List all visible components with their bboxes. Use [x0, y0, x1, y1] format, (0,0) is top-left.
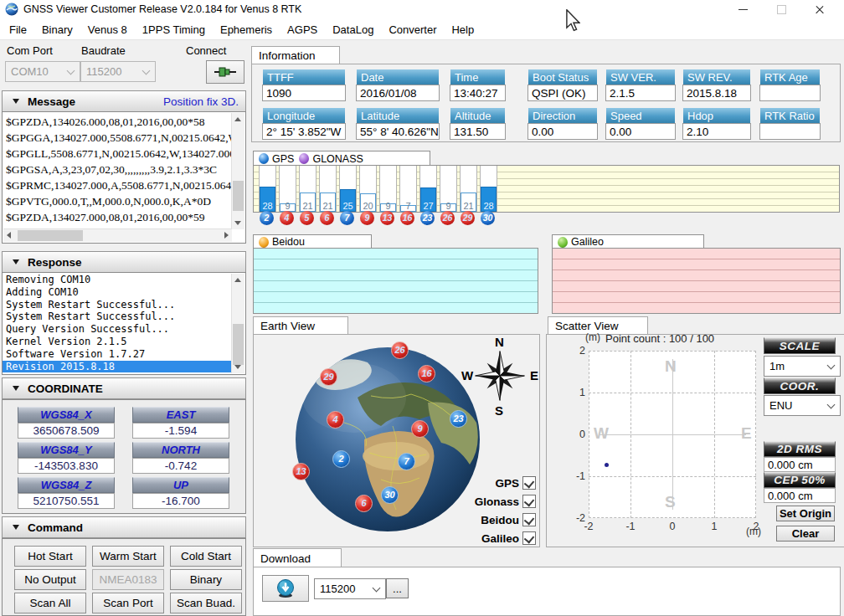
coordinate-label-wgs84_x: WGS84_X: [18, 407, 115, 423]
coor-select[interactable]: ENU: [764, 395, 841, 416]
response-line[interactable]: System Restart Successful...: [3, 299, 232, 311]
sat-column: 28: [480, 166, 497, 212]
menu-binary[interactable]: Binary: [34, 21, 80, 38]
info-label-sw-rev-: SW REV.: [683, 69, 750, 85]
command-hot-start[interactable]: Hot Start: [14, 546, 86, 567]
menu-converter[interactable]: Converter: [381, 21, 444, 38]
response-line[interactable]: Adding COM10: [3, 286, 232, 299]
sat-id-badge: 23: [420, 211, 435, 225]
chevron-down-icon: [142, 67, 151, 75]
info-value-hdop: 2.10: [682, 123, 751, 140]
sat-snr-value: 9: [380, 201, 396, 211]
command-binary[interactable]: Binary: [170, 569, 242, 590]
command-scan-port[interactable]: Scan Port: [92, 593, 164, 613]
sat-id-badge: 30: [481, 211, 495, 225]
browse-button[interactable]: ...: [386, 578, 409, 598]
baudrate-select[interactable]: 115200: [80, 61, 156, 82]
response-line[interactable]: Removing COM10: [3, 274, 232, 286]
message-header[interactable]: Message Position fix 3D.: [2, 90, 246, 112]
command-scan-buad-[interactable]: Scan Buad.: [170, 593, 242, 613]
checkbox-label: Beidou: [481, 514, 519, 526]
info-value-rtk-age: [759, 85, 821, 101]
command-nmea0183[interactable]: NMEA0183: [92, 569, 164, 590]
constellation-toggle-glonass: Glonass: [475, 494, 536, 509]
tab-download[interactable]: Download: [253, 548, 342, 567]
response-line[interactable]: System Restart Successful...: [3, 311, 232, 323]
message-hscrollbar[interactable]: [3, 228, 232, 242]
tab-earth-view[interactable]: Earth View: [253, 316, 348, 335]
info-value-ttff: 1090: [262, 85, 346, 101]
menu-venus-8[interactable]: Venus 8: [80, 21, 135, 38]
sat-snr-value: 21: [320, 201, 336, 211]
compass-s-label: S: [495, 403, 503, 418]
checkbox[interactable]: [522, 513, 536, 526]
connect-button[interactable]: [206, 60, 244, 84]
collapse-triangle-icon: [13, 99, 19, 104]
y-tick-label: 1: [562, 387, 585, 398]
menu-ephemeris[interactable]: Ephemeris: [213, 21, 280, 38]
close-button[interactable]: [800, 0, 839, 19]
y-tick-label: -1: [562, 470, 585, 482]
compass-e-label: E: [530, 368, 538, 382]
response-header[interactable]: Response: [2, 251, 246, 273]
scroll-left-icon[interactable]: [7, 232, 11, 239]
gps-legend-icon: [259, 153, 269, 164]
coordinate-header[interactable]: COORDINATE: [2, 377, 246, 399]
scroll-down-icon[interactable]: [234, 221, 241, 225]
snr-bar-chart: 28921212520972792128: [253, 165, 840, 213]
menu-help[interactable]: Help: [444, 21, 481, 38]
scale-select[interactable]: 1m: [764, 356, 841, 377]
x-tick-label: 1: [704, 521, 724, 532]
info-value-altitude: 131.50: [450, 123, 506, 140]
menu-1pps-timing[interactable]: 1PPS Timing: [135, 21, 213, 38]
scroll-right-icon[interactable]: [224, 232, 229, 239]
menu-datalog[interactable]: DataLog: [325, 21, 381, 38]
command-cold-start[interactable]: Cold Start: [170, 546, 242, 567]
response-vscrollbar[interactable]: [231, 274, 244, 373]
coordinate-value-wgs84_x: 3650678.509: [18, 423, 115, 439]
message-listbox[interactable]: $GPZDA,134026.000,08,01,2016,00,00*58$GP…: [2, 111, 246, 244]
scroll-down-icon[interactable]: [234, 365, 241, 369]
coordinate-label-up: UP: [132, 477, 229, 493]
maximize-button[interactable]: [762, 0, 800, 19]
sat-column: 28: [259, 166, 276, 212]
response-line[interactable]: Kernel Version 2.1.5: [3, 336, 232, 348]
checkbox[interactable]: [522, 531, 536, 545]
response-line[interactable]: Software Version 1.7.27: [3, 348, 232, 361]
message-vscrollbar[interactable]: [231, 113, 244, 229]
download-baudrate-select[interactable]: 115200: [314, 578, 386, 599]
command-header[interactable]: Command: [2, 516, 246, 538]
scroll-up-icon[interactable]: [234, 278, 241, 282]
menu-agps[interactable]: AGPS: [280, 21, 325, 38]
nmea-line: $GPGSA,A,3,23,07,02,30,,,,,,,,,3.9,2.1,3…: [3, 162, 232, 177]
sat-snr-value: 20: [360, 201, 376, 211]
command-no-output[interactable]: No Output: [14, 569, 86, 590]
scroll-thumb[interactable]: [18, 230, 83, 241]
set-origin-button[interactable]: Set Origin: [776, 506, 835, 521]
scroll-up-icon[interactable]: [234, 117, 241, 121]
sat-id-badge: 7: [340, 211, 354, 225]
download-button[interactable]: [262, 575, 309, 602]
clear-button[interactable]: Clear: [776, 526, 835, 542]
response-listbox[interactable]: Removing COM10Adding COM10System Restart…: [2, 272, 246, 375]
com-port-select[interactable]: COM10: [5, 61, 80, 82]
menu-file[interactable]: File: [2, 21, 34, 38]
command-warm-start[interactable]: Warm Start: [92, 546, 164, 567]
galileo-legend-label: Galileo: [571, 236, 604, 248]
response-line[interactable]: Query Version Successful...: [3, 323, 232, 336]
info-label-hdop: Hdop: [683, 108, 750, 123]
nmea-line: $GPVTG,000.0,T,,M,000.0,N,000.0,K,A*0D: [3, 193, 232, 209]
tab-information[interactable]: Information: [251, 46, 340, 64]
scroll-thumb[interactable]: [233, 324, 244, 366]
scroll-thumb[interactable]: [233, 181, 244, 211]
checkbox[interactable]: [522, 476, 536, 490]
command-scan-all[interactable]: Scan All: [14, 593, 86, 613]
sat-snr-value: 28: [260, 201, 275, 211]
satellite-marker-30: 30: [381, 486, 399, 504]
coordinate-label-east: EAST: [132, 407, 229, 423]
minimize-button[interactable]: [723, 0, 762, 19]
satellite-marker-9: 9: [411, 420, 429, 438]
checkbox[interactable]: [522, 495, 536, 508]
response-line[interactable]: Revision 2015.8.18: [3, 361, 232, 373]
nmea-line: $GPZDA,134026.000,08,01,2016,00,00*58: [3, 114, 232, 130]
